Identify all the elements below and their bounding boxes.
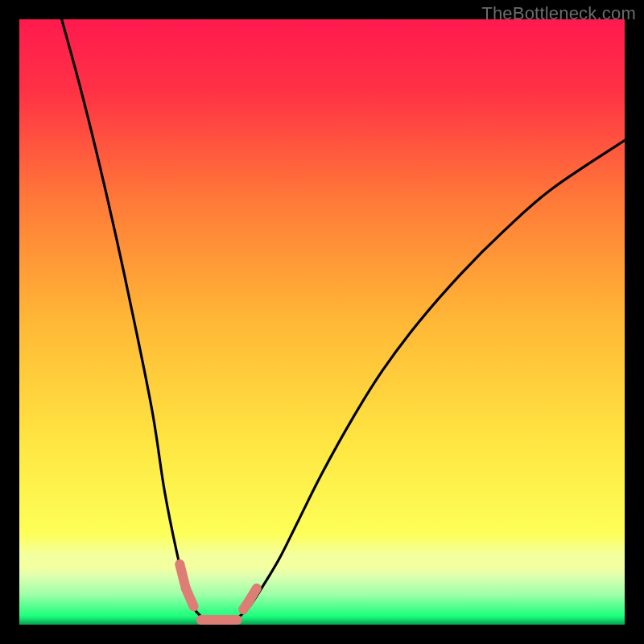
watermark-text: TheBottleneck.com xyxy=(481,3,636,24)
chart-canvas xyxy=(19,19,625,625)
chart-frame xyxy=(19,19,625,625)
gradient-background xyxy=(19,19,625,625)
curve xyxy=(250,588,257,601)
